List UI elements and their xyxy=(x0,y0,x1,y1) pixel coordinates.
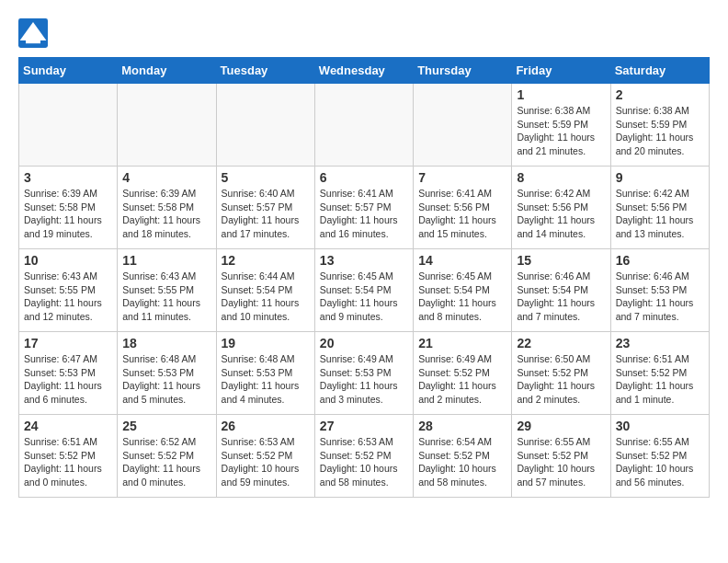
logo-icon xyxy=(18,18,48,48)
calendar-day-cell: 27Sunrise: 6:53 AMSunset: 5:52 PMDayligh… xyxy=(314,415,413,498)
calendar-week-row: 24Sunrise: 6:51 AMSunset: 5:52 PMDayligh… xyxy=(19,415,710,498)
day-number: 27 xyxy=(320,419,408,433)
day-info: Sunrise: 6:52 AMSunset: 5:52 PMDaylight:… xyxy=(122,435,210,489)
day-info: Sunrise: 6:43 AMSunset: 5:55 PMDaylight:… xyxy=(122,270,210,324)
day-info: Sunrise: 6:39 AMSunset: 5:58 PMDaylight:… xyxy=(122,187,210,241)
calendar-day-cell: 9Sunrise: 6:42 AMSunset: 5:56 PMDaylight… xyxy=(610,167,709,249)
calendar-day-cell: 30Sunrise: 6:55 AMSunset: 5:52 PMDayligh… xyxy=(610,415,709,498)
day-info: Sunrise: 6:46 AMSunset: 5:54 PMDaylight:… xyxy=(517,270,605,324)
day-info: Sunrise: 6:41 AMSunset: 5:56 PMDaylight:… xyxy=(418,187,506,241)
calendar-day-cell: 5Sunrise: 6:40 AMSunset: 5:57 PMDaylight… xyxy=(216,167,314,249)
day-number: 22 xyxy=(517,336,605,350)
calendar-day-cell: 26Sunrise: 6:53 AMSunset: 5:52 PMDayligh… xyxy=(216,415,314,498)
calendar-day-cell xyxy=(314,84,413,167)
day-number: 3 xyxy=(24,170,112,185)
day-number: 24 xyxy=(24,419,112,433)
day-number: 30 xyxy=(616,419,704,433)
day-number: 10 xyxy=(24,253,112,268)
page-header xyxy=(18,18,710,48)
calendar-day-cell: 29Sunrise: 6:55 AMSunset: 5:52 PMDayligh… xyxy=(512,415,610,498)
calendar-week-row: 10Sunrise: 6:43 AMSunset: 5:55 PMDayligh… xyxy=(19,249,710,332)
calendar-table: SundayMondayTuesdayWednesdayThursdayFrid… xyxy=(18,57,710,498)
weekday-header-cell: Friday xyxy=(512,58,610,84)
day-number: 5 xyxy=(222,170,310,185)
calendar-day-cell: 13Sunrise: 6:45 AMSunset: 5:54 PMDayligh… xyxy=(314,249,413,332)
calendar-day-cell: 28Sunrise: 6:54 AMSunset: 5:52 PMDayligh… xyxy=(414,415,512,498)
calendar-day-cell xyxy=(414,84,512,167)
day-number: 28 xyxy=(418,419,506,433)
calendar-week-row: 3Sunrise: 6:39 AMSunset: 5:58 PMDaylight… xyxy=(19,167,710,249)
day-number: 16 xyxy=(616,253,704,268)
day-number: 9 xyxy=(616,170,704,185)
calendar-body: 1Sunrise: 6:38 AMSunset: 5:59 PMDaylight… xyxy=(19,84,710,498)
day-info: Sunrise: 6:55 AMSunset: 5:52 PMDaylight:… xyxy=(616,435,704,489)
day-info: Sunrise: 6:38 AMSunset: 5:59 PMDaylight:… xyxy=(616,104,704,158)
day-number: 14 xyxy=(418,253,506,268)
day-info: Sunrise: 6:54 AMSunset: 5:52 PMDaylight:… xyxy=(418,435,506,489)
day-info: Sunrise: 6:42 AMSunset: 5:56 PMDaylight:… xyxy=(616,187,704,241)
weekday-header-cell: Wednesday xyxy=(314,58,413,84)
day-number: 2 xyxy=(616,87,704,102)
day-info: Sunrise: 6:49 AMSunset: 5:52 PMDaylight:… xyxy=(418,352,506,407)
day-number: 15 xyxy=(517,253,605,268)
day-number: 17 xyxy=(24,336,112,350)
day-info: Sunrise: 6:42 AMSunset: 5:56 PMDaylight:… xyxy=(517,187,605,241)
calendar-day-cell: 8Sunrise: 6:42 AMSunset: 5:56 PMDaylight… xyxy=(512,167,610,249)
day-info: Sunrise: 6:47 AMSunset: 5:53 PMDaylight:… xyxy=(24,352,112,407)
calendar-day-cell: 21Sunrise: 6:49 AMSunset: 5:52 PMDayligh… xyxy=(414,332,512,415)
day-number: 20 xyxy=(320,336,408,350)
day-info: Sunrise: 6:51 AMSunset: 5:52 PMDaylight:… xyxy=(616,352,704,407)
day-info: Sunrise: 6:45 AMSunset: 5:54 PMDaylight:… xyxy=(418,270,506,324)
calendar-day-cell: 23Sunrise: 6:51 AMSunset: 5:52 PMDayligh… xyxy=(610,332,709,415)
calendar-day-cell: 7Sunrise: 6:41 AMSunset: 5:56 PMDaylight… xyxy=(414,167,512,249)
calendar-day-cell: 3Sunrise: 6:39 AMSunset: 5:58 PMDaylight… xyxy=(19,167,118,249)
day-number: 6 xyxy=(320,170,408,185)
calendar-day-cell: 17Sunrise: 6:47 AMSunset: 5:53 PMDayligh… xyxy=(19,332,118,415)
day-info: Sunrise: 6:38 AMSunset: 5:59 PMDaylight:… xyxy=(517,104,605,158)
weekday-header-cell: Thursday xyxy=(414,58,512,84)
day-number: 12 xyxy=(222,253,310,268)
weekday-header-cell: Saturday xyxy=(610,58,709,84)
day-number: 19 xyxy=(222,336,310,350)
calendar-day-cell: 4Sunrise: 6:39 AMSunset: 5:58 PMDaylight… xyxy=(118,167,216,249)
day-number: 29 xyxy=(517,419,605,433)
calendar-day-cell: 18Sunrise: 6:48 AMSunset: 5:53 PMDayligh… xyxy=(118,332,216,415)
day-number: 4 xyxy=(122,170,210,185)
calendar-day-cell: 20Sunrise: 6:49 AMSunset: 5:53 PMDayligh… xyxy=(314,332,413,415)
day-number: 11 xyxy=(122,253,210,268)
day-info: Sunrise: 6:45 AMSunset: 5:54 PMDaylight:… xyxy=(320,270,408,324)
calendar-day-cell: 14Sunrise: 6:45 AMSunset: 5:54 PMDayligh… xyxy=(414,249,512,332)
day-info: Sunrise: 6:55 AMSunset: 5:52 PMDaylight:… xyxy=(517,435,605,489)
calendar-day-cell: 15Sunrise: 6:46 AMSunset: 5:54 PMDayligh… xyxy=(512,249,610,332)
calendar-week-row: 17Sunrise: 6:47 AMSunset: 5:53 PMDayligh… xyxy=(19,332,710,415)
calendar-week-row: 1Sunrise: 6:38 AMSunset: 5:59 PMDaylight… xyxy=(19,84,710,167)
calendar-day-cell: 24Sunrise: 6:51 AMSunset: 5:52 PMDayligh… xyxy=(19,415,118,498)
day-info: Sunrise: 6:48 AMSunset: 5:53 PMDaylight:… xyxy=(222,352,310,407)
day-info: Sunrise: 6:53 AMSunset: 5:52 PMDaylight:… xyxy=(320,435,408,489)
day-number: 23 xyxy=(616,336,704,350)
calendar-day-cell: 16Sunrise: 6:46 AMSunset: 5:53 PMDayligh… xyxy=(610,249,709,332)
day-info: Sunrise: 6:49 AMSunset: 5:53 PMDaylight:… xyxy=(320,352,408,407)
calendar-day-cell: 10Sunrise: 6:43 AMSunset: 5:55 PMDayligh… xyxy=(19,249,118,332)
day-info: Sunrise: 6:51 AMSunset: 5:52 PMDaylight:… xyxy=(24,435,112,489)
day-number: 21 xyxy=(418,336,506,350)
calendar-day-cell: 11Sunrise: 6:43 AMSunset: 5:55 PMDayligh… xyxy=(118,249,216,332)
calendar-day-cell xyxy=(118,84,216,167)
day-info: Sunrise: 6:39 AMSunset: 5:58 PMDaylight:… xyxy=(24,187,112,241)
weekday-header-cell: Tuesday xyxy=(216,58,314,84)
day-number: 13 xyxy=(320,253,408,268)
logo xyxy=(18,18,51,48)
day-info: Sunrise: 6:44 AMSunset: 5:54 PMDaylight:… xyxy=(222,270,310,324)
calendar-day-cell: 1Sunrise: 6:38 AMSunset: 5:59 PMDaylight… xyxy=(512,84,610,167)
weekday-header-row: SundayMondayTuesdayWednesdayThursdayFrid… xyxy=(19,58,710,84)
calendar-day-cell xyxy=(19,84,118,167)
calendar-day-cell: 6Sunrise: 6:41 AMSunset: 5:57 PMDaylight… xyxy=(314,167,413,249)
day-info: Sunrise: 6:48 AMSunset: 5:53 PMDaylight:… xyxy=(122,352,210,407)
day-number: 7 xyxy=(418,170,506,185)
day-info: Sunrise: 6:50 AMSunset: 5:52 PMDaylight:… xyxy=(517,352,605,407)
calendar-day-cell: 12Sunrise: 6:44 AMSunset: 5:54 PMDayligh… xyxy=(216,249,314,332)
day-number: 18 xyxy=(122,336,210,350)
day-info: Sunrise: 6:53 AMSunset: 5:52 PMDaylight:… xyxy=(222,435,310,489)
day-number: 26 xyxy=(222,419,310,433)
calendar-day-cell: 22Sunrise: 6:50 AMSunset: 5:52 PMDayligh… xyxy=(512,332,610,415)
